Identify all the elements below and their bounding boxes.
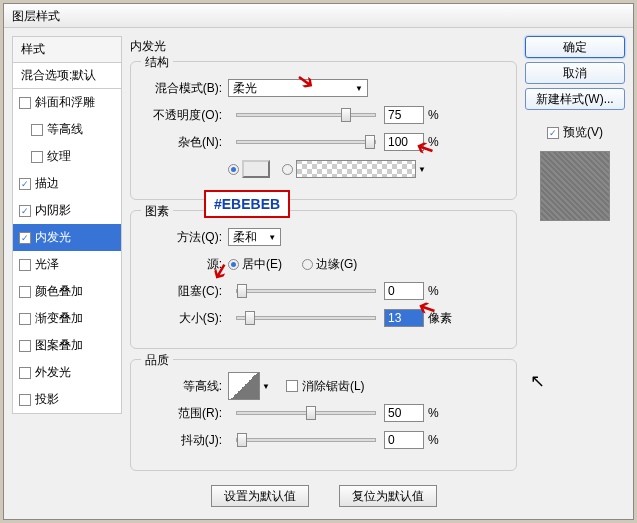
structure-label: 结构 (141, 54, 173, 71)
settings-panel: 内发光 结构 混合模式(B): 柔光▼ 不透明度(O): 75 % 杂色(N):… (130, 36, 517, 511)
styles-sidebar: 样式 混合选项:默认 斜面和浮雕 等高线 纹理 ✓描边 ✓内阴影 ✓内发光 光泽… (12, 36, 122, 511)
preview-thumbnail (540, 151, 610, 221)
style-pattern-overlay[interactable]: 图案叠加 (13, 332, 121, 359)
panel-title: 内发光 (130, 36, 517, 61)
choke-label: 阻塞(C): (143, 283, 228, 300)
slider-thumb[interactable] (306, 406, 316, 420)
range-label: 范围(R): (143, 405, 228, 422)
antialias-label[interactable]: 消除锯齿(L) (302, 378, 365, 395)
style-outer-glow[interactable]: 外发光 (13, 359, 121, 386)
style-inner-shadow[interactable]: ✓内阴影 (13, 197, 121, 224)
size-label: 大小(S): (143, 310, 228, 327)
range-slider[interactable] (236, 411, 376, 415)
noise-label: 杂色(N): (143, 134, 228, 151)
jitter-slider[interactable] (236, 438, 376, 442)
preview-checkbox[interactable]: ✓ (547, 127, 559, 139)
checkbox[interactable]: ✓ (19, 178, 31, 190)
style-drop-shadow[interactable]: 投影 (13, 386, 121, 413)
checkbox[interactable] (31, 151, 43, 163)
style-inner-glow[interactable]: ✓内发光 (13, 224, 121, 251)
make-default-button[interactable]: 设置为默认值 (211, 485, 309, 507)
quality-label: 品质 (141, 352, 173, 369)
slider-thumb[interactable] (365, 135, 375, 149)
chevron-down-icon: ▼ (355, 84, 363, 93)
sidebar-title[interactable]: 样式 (12, 36, 122, 63)
style-texture-sub[interactable]: 纹理 (13, 143, 121, 170)
checkbox[interactable] (19, 340, 31, 352)
right-column: 确定 取消 新建样式(W)... ✓ 预览(V) (525, 36, 625, 511)
source-edge-label[interactable]: 边缘(G) (316, 256, 357, 273)
method-label: 方法(Q): (143, 229, 228, 246)
slider-thumb[interactable] (245, 311, 255, 325)
range-value[interactable]: 50 (384, 404, 424, 422)
element-group: 图素 方法(Q): 柔和 ▼ 源: 居中(E) 边缘(G) 阻塞(C): 0 (130, 210, 517, 349)
chevron-down-icon[interactable]: ▼ (262, 382, 270, 391)
pct-label: % (428, 108, 439, 122)
cursor-icon: ↖ (530, 370, 545, 392)
style-color-overlay[interactable]: 颜色叠加 (13, 278, 121, 305)
callout-hex: #EBEBEB (204, 190, 290, 218)
jitter-value[interactable]: 0 (384, 431, 424, 449)
new-style-button[interactable]: 新建样式(W)... (525, 88, 625, 110)
cancel-button[interactable]: 取消 (525, 62, 625, 84)
opacity-slider[interactable] (236, 113, 376, 117)
checkbox[interactable] (19, 367, 31, 379)
checkbox[interactable] (19, 394, 31, 406)
blending-options[interactable]: 混合选项:默认 (12, 63, 122, 88)
pct-label: % (428, 433, 439, 447)
style-bevel[interactable]: 斜面和浮雕 (13, 89, 121, 116)
style-gradient-overlay[interactable]: 渐变叠加 (13, 305, 121, 332)
opacity-value[interactable]: 75 (384, 106, 424, 124)
source-edge-radio[interactable] (302, 259, 313, 270)
checkbox[interactable] (19, 97, 31, 109)
style-contour-sub[interactable]: 等高线 (13, 116, 121, 143)
contour-label: 等高线: (143, 378, 228, 395)
pct-label: % (428, 406, 439, 420)
color-swatch[interactable] (242, 160, 270, 178)
checkbox[interactable] (19, 286, 31, 298)
method-dropdown[interactable]: 柔和 ▼ (228, 228, 281, 246)
reset-default-button[interactable]: 复位为默认值 (339, 485, 437, 507)
size-slider[interactable] (236, 316, 376, 320)
chevron-down-icon[interactable]: ▼ (418, 165, 426, 174)
chevron-down-icon: ▼ (268, 233, 276, 242)
ok-button[interactable]: 确定 (525, 36, 625, 58)
antialias-checkbox[interactable] (286, 380, 298, 392)
slider-thumb[interactable] (237, 433, 247, 447)
element-label: 图素 (141, 203, 173, 220)
layer-style-dialog: 图层样式 样式 混合选项:默认 斜面和浮雕 等高线 纹理 ✓描边 ✓内阴影 ✓内… (3, 3, 634, 520)
contour-picker[interactable] (228, 372, 260, 400)
quality-group: 品质 等高线: ▼ 消除锯齿(L) 范围(R): 50 % 抖动(J): (130, 359, 517, 471)
style-stroke[interactable]: ✓描边 (13, 170, 121, 197)
slider-thumb[interactable] (237, 284, 247, 298)
checkbox[interactable] (31, 124, 43, 136)
noise-slider[interactable] (236, 140, 376, 144)
jitter-label: 抖动(J): (143, 432, 228, 449)
structure-group: 结构 混合模式(B): 柔光▼ 不透明度(O): 75 % 杂色(N): 100… (130, 61, 517, 200)
gradient-preview[interactable] (296, 160, 416, 178)
blend-mode-label: 混合模式(B): (143, 80, 228, 97)
source-center-label[interactable]: 居中(E) (242, 256, 282, 273)
checkbox[interactable]: ✓ (19, 205, 31, 217)
dialog-title: 图层样式 (4, 4, 633, 28)
choke-slider[interactable] (236, 289, 376, 293)
choke-value[interactable]: 0 (384, 282, 424, 300)
checkbox[interactable] (19, 259, 31, 271)
style-satin[interactable]: 光泽 (13, 251, 121, 278)
color-radio[interactable] (228, 164, 239, 175)
slider-thumb[interactable] (341, 108, 351, 122)
preview-label[interactable]: 预览(V) (563, 124, 603, 141)
opacity-label: 不透明度(O): (143, 107, 228, 124)
checkbox[interactable]: ✓ (19, 232, 31, 244)
gradient-radio[interactable] (282, 164, 293, 175)
checkbox[interactable] (19, 313, 31, 325)
